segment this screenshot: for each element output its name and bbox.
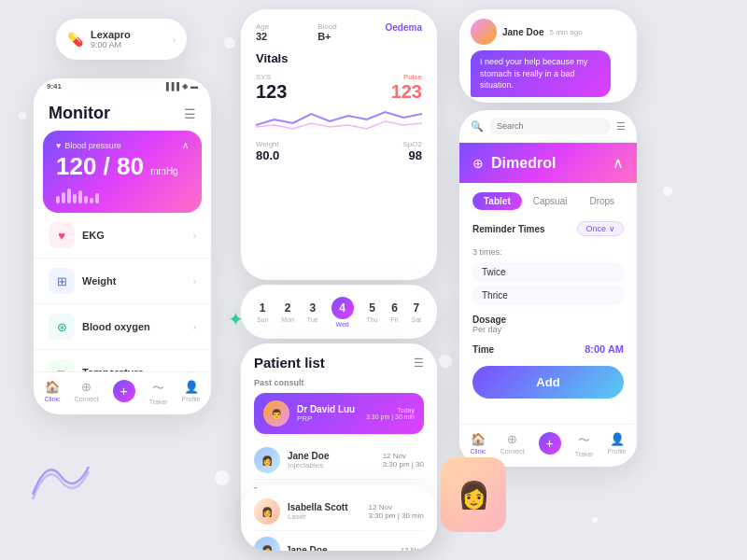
bp-value: 120 / 80 mmHg: [56, 152, 189, 181]
med-nav-plus[interactable]: +: [539, 432, 561, 457]
search-input[interactable]: [489, 118, 611, 134]
highlighted-patient[interactable]: 👨 Dr David Luu PRP Today 3:30 pm | 30 mi…: [254, 393, 424, 434]
cal-day-4[interactable]: 4 Wed: [331, 297, 354, 328]
monitor-item-weight[interactable]: ⊞ Weight ›: [34, 259, 211, 304]
dr-david-time-info: Today 3:30 pm | 30 min: [366, 407, 415, 420]
patient-row-jane[interactable]: 👩 Jane Doe Injectables 12 Nov 3:30 pm | …: [254, 441, 424, 480]
bp-bar: [73, 194, 77, 203]
patient-row-isabella[interactable]: 👩 Isabella Scott Laser 12 Nov 3:30 pm | …: [254, 493, 424, 531]
bp-bar: [67, 189, 71, 203]
med-nav-connect[interactable]: ⊕ Connect: [500, 432, 525, 457]
patient-menu-icon[interactable]: ☰: [414, 357, 424, 370]
cal-num-6: 6: [391, 301, 398, 315]
med-nav-traker[interactable]: 〜 Traker: [575, 432, 594, 457]
jane-avatar: 👩: [254, 447, 280, 473]
cal-day-5[interactable]: 5 Thu: [366, 301, 377, 323]
chat-user-name: Jane Doe: [502, 27, 543, 37]
pill-chevron-icon[interactable]: ›: [173, 35, 176, 45]
pill-time: 9:00 AM: [91, 40, 131, 49]
blood-oxygen-label: Blood oxygen: [82, 321, 150, 332]
cal-day-7[interactable]: 7 Sat: [412, 301, 422, 323]
cal-name-6: Fri: [390, 316, 398, 323]
isabella-card: 👩 Isabella Scott Laser 12 Nov 3:30 pm | …: [241, 485, 437, 551]
tab-capsuai[interactable]: Capsuai: [522, 192, 579, 210]
nav-profile-label: Profile: [182, 396, 201, 402]
jane-sub: Injectables: [288, 461, 375, 469]
menu-icon[interactable]: ☰: [616, 120, 626, 133]
connect-icon: ⊕: [81, 380, 92, 394]
profile-icon: 👤: [184, 380, 199, 394]
nav-connect-label: Connect: [75, 396, 99, 402]
times-section: 3 times:: [459, 242, 637, 262]
med-nav-profile[interactable]: 👤 Profile: [608, 432, 627, 457]
bp-chevron-icon[interactable]: ∧: [182, 140, 189, 150]
nav-connect[interactable]: ⊕ Connect: [75, 380, 99, 405]
cal-num-4: 4: [331, 297, 354, 319]
chat-bubble: I need your help because my stomach is r…: [471, 50, 611, 97]
cal-day-6[interactable]: 6 Fri: [390, 301, 398, 323]
cal-day-3[interactable]: 3 Tue: [307, 301, 318, 323]
cal-num-1: 1: [260, 301, 266, 315]
reminder-times-row: Reminder Times Once ∨: [459, 216, 637, 242]
chat-time: 5 min ago: [549, 28, 582, 36]
calendar-card: 1 Sun 2 Mon 3 Tue 4 Wed 5 Thu 6 Fri 7 Sa…: [241, 285, 437, 339]
monitor-item-ekg[interactable]: ♥ EKG ›: [34, 213, 211, 259]
jane2-name: Jane Doe: [286, 545, 327, 552]
med-nav-clinic[interactable]: 🏠 Clinic: [470, 432, 486, 457]
weight-icon: ⊞: [49, 268, 75, 294]
time-option-twice[interactable]: Twice: [472, 262, 624, 282]
ekg-chevron-icon: ›: [193, 231, 196, 241]
nav-profile[interactable]: 👤 Profile: [182, 380, 201, 405]
cal-day-2[interactable]: 2 Mon: [281, 301, 294, 323]
weight-chevron-icon: ›: [193, 276, 196, 287]
weight-spo2-row: Weight 80.0 SpO2 98: [256, 140, 422, 162]
nav-traker[interactable]: 〜 Traker: [149, 380, 168, 405]
cal-num-3: 3: [309, 301, 316, 315]
med-connect-icon: ⊕: [507, 432, 517, 446]
med-traker-icon: 〜: [578, 432, 590, 449]
medicine-link-icon: ⊕: [472, 156, 484, 171]
jane-date: 12 Nov 3:30 pm | 30: [383, 452, 424, 469]
nav-traker-label: Traker: [149, 399, 168, 405]
med-profile-icon: 👤: [610, 432, 625, 446]
isabella-date: 12 Nov 3:30 pm | 30 min: [369, 503, 424, 520]
dr-david-avatar: 👨: [263, 400, 289, 427]
dr-david-name: Dr David Luu: [297, 404, 355, 414]
time-option-thrice[interactable]: Thrice: [472, 286, 624, 305]
patient-row-jane2[interactable]: 👩 Jane Doe 12 Nov: [254, 531, 424, 551]
status-bar: 9:41 ▐▐▐ ◈ ▬: [34, 78, 211, 91]
reminder-label: Reminder Times: [472, 224, 545, 234]
dropdown-icon: ∨: [609, 224, 615, 233]
battery-icon: ▬: [190, 82, 198, 91]
med-nav-profile-label: Profile: [608, 448, 627, 455]
cal-num-2: 2: [285, 301, 291, 315]
weight-value: 80.0: [256, 148, 279, 162]
med-clinic-icon: 🏠: [471, 432, 486, 446]
cal-name-4: Wed: [335, 321, 348, 328]
bp-bar: [56, 196, 60, 203]
hamburger-icon[interactable]: ☰: [184, 106, 196, 121]
cal-name-3: Tue: [307, 316, 318, 323]
blood-label: Blood: [317, 22, 336, 31]
clinic-icon: 🏠: [45, 380, 60, 394]
medicine-header: ⊕ Dimedrol ∧: [459, 143, 637, 183]
medicine-header-chevron[interactable]: ∧: [613, 154, 624, 172]
tab-tablet[interactable]: Tablet: [472, 192, 522, 210]
nav-plus[interactable]: +: [113, 380, 135, 405]
nav-clinic[interactable]: 🏠 Clinic: [44, 380, 60, 405]
chat-user-avatar: [471, 19, 497, 45]
sys-label: SYS: [256, 73, 287, 81]
time-row: Time 8:00 AM: [459, 340, 637, 362]
vitals-card: Age 32 Blood B+ Oedema Vitals SYS 123 Pu…: [241, 9, 437, 280]
heart-icon: ♥: [56, 141, 61, 150]
monitor-item-blood-oxygen[interactable]: ⊛ Blood oxygen ›: [34, 304, 211, 350]
tab-drops[interactable]: Drops: [578, 192, 626, 210]
age-value: 32: [256, 31, 269, 42]
dr-david-date: Today: [366, 407, 415, 413]
isabella-sub: Laser: [288, 512, 361, 521]
cal-day-1[interactable]: 1 Sun: [257, 301, 268, 323]
reminder-badge[interactable]: Once ∨: [577, 221, 624, 236]
chat-user-row: Jane Doe 5 min ago: [471, 19, 626, 45]
add-button[interactable]: Add: [472, 366, 624, 399]
med-tabs: Tablet Capsuai Drops: [459, 183, 637, 216]
